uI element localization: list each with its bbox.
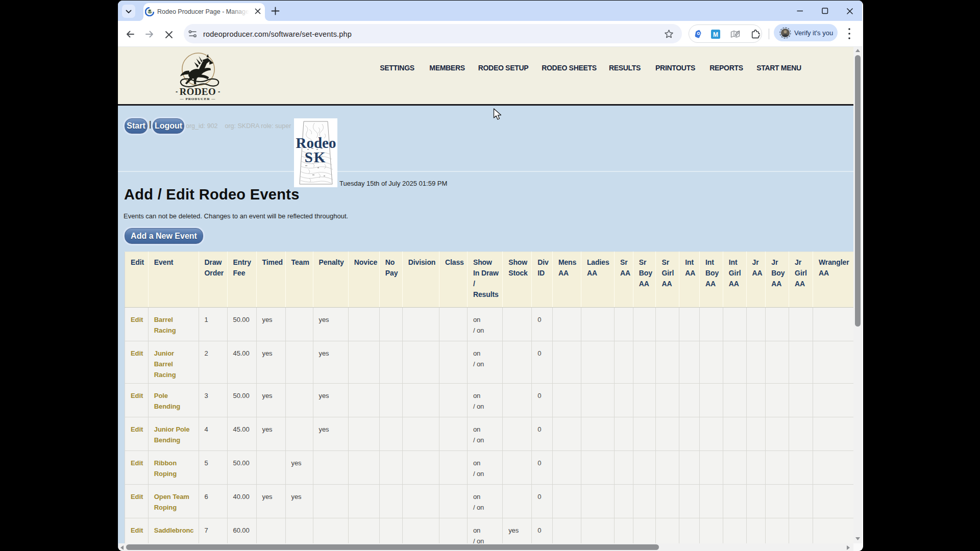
svg-text:M: M bbox=[713, 31, 718, 38]
svg-text:SK: SK bbox=[305, 149, 327, 165]
